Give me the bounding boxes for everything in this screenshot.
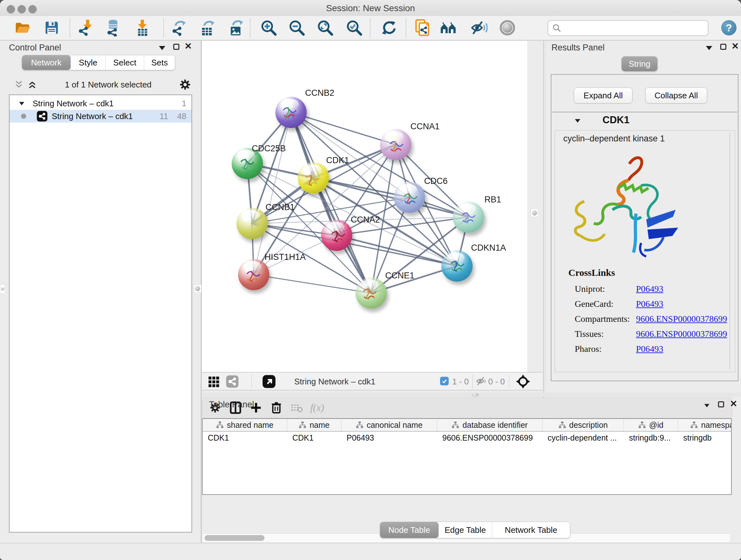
table-cell[interactable]: P06493 <box>341 432 437 444</box>
network-node-CCNB1[interactable] <box>237 208 268 239</box>
panel-menu-icon[interactable] <box>706 46 712 50</box>
expand-all-button[interactable]: Expand All <box>574 87 632 104</box>
panel-close-icon[interactable]: ✕ <box>185 43 192 50</box>
search-input[interactable] <box>562 23 708 34</box>
collapse-all-icon[interactable] <box>14 80 23 89</box>
homes-icon[interactable] <box>440 19 458 37</box>
expand-all-icon[interactable] <box>27 80 37 89</box>
table-cell[interactable]: CDK1 <box>203 432 287 444</box>
crosslink-value-link[interactable]: 9606.ENSP00000378699 <box>636 314 727 324</box>
network-node-CCNE1[interactable] <box>355 277 387 309</box>
collapse-all-button[interactable]: Collapse All <box>645 87 707 104</box>
table-cell[interactable]: CDK1 <box>287 432 341 444</box>
network-node-CCNB2[interactable] <box>275 97 307 128</box>
crosslink-value-link[interactable]: P06493 <box>636 284 664 294</box>
network-node-CCNA1[interactable] <box>380 129 411 160</box>
network-options-gear-icon[interactable] <box>179 79 191 90</box>
network-node-CDK1[interactable] <box>298 162 329 193</box>
tab-string[interactable]: String <box>622 57 657 71</box>
panel-close-icon[interactable]: ✕ <box>731 43 739 50</box>
column-header-@id[interactable]: @id <box>624 419 678 431</box>
table-cell[interactable]: stringdb:9... <box>624 432 678 444</box>
delete-column-icon[interactable] <box>266 399 286 417</box>
panel-float-icon[interactable] <box>718 401 724 408</box>
network-view-canvas[interactable]: CCNB2CCNA1CDC25BCDK1CDC6RB1CCNB1CCNA2CDK… <box>202 41 527 372</box>
import-network-from-database-icon[interactable] <box>105 19 123 37</box>
tab-network-table[interactable]: Network Table <box>492 522 570 538</box>
results-panel-splitter-handle[interactable] <box>531 209 538 217</box>
birds-eye-view-icon[interactable] <box>262 374 276 388</box>
crosslink-value-link[interactable]: 9606.ENSP00000378699 <box>636 329 727 339</box>
column-header-name[interactable]: name <box>287 419 341 431</box>
network-node-CDKN1A[interactable] <box>441 250 473 282</box>
control-panel-splitter-handle[interactable] <box>194 285 201 293</box>
zoom-selected-icon[interactable] <box>345 19 363 37</box>
tab-select[interactable]: Select <box>106 55 144 70</box>
panel-menu-icon[interactable] <box>159 46 165 50</box>
network-view-mode-icon[interactable] <box>226 375 239 388</box>
network-row-selected[interactable]: String Network – cdk1 11 48 <box>10 110 192 123</box>
crosslink-label: GeneCard: <box>575 299 636 309</box>
table-cell[interactable]: stringdb <box>678 432 732 444</box>
save-session-icon[interactable] <box>43 19 61 37</box>
crosslink-value-link[interactable]: P06493 <box>636 344 664 354</box>
column-header-shared-name[interactable]: shared name <box>203 419 287 431</box>
network-edge[interactable] <box>254 274 371 293</box>
network-collection-row[interactable]: String Network – cdk1 1 <box>10 97 192 110</box>
network-node-HIST1H1A[interactable] <box>238 259 269 290</box>
panel-menu-icon[interactable] <box>704 404 710 407</box>
tree-expand-caret-icon[interactable] <box>19 102 24 105</box>
collection-count: 1 <box>182 99 186 109</box>
import-table-from-file-icon[interactable] <box>133 19 151 37</box>
hide-glasses-icon[interactable] <box>470 19 488 37</box>
table-panel-splitter-handle[interactable] <box>472 393 479 396</box>
delete-table-icon[interactable] <box>286 399 307 417</box>
network-status-dot-icon <box>21 114 26 119</box>
protein-structure-image <box>561 147 695 262</box>
results-panel-splitter[interactable] <box>543 41 544 397</box>
column-header-canonical-name[interactable]: canonical name <box>341 419 437 431</box>
panel-float-icon[interactable] <box>720 44 726 50</box>
crosslink-value-link[interactable]: P06493 <box>636 299 664 309</box>
tab-edge-table[interactable]: Edge Table <box>439 522 492 538</box>
apply-layout-icon[interactable] <box>380 19 398 37</box>
table-cell[interactable]: cyclin-dependent ... <box>542 432 624 444</box>
tab-network[interactable]: Network <box>22 55 71 70</box>
network-edge[interactable] <box>291 112 371 293</box>
zoom-fit-icon[interactable] <box>316 19 334 37</box>
column-header-database-identifier[interactable]: database identifier <box>437 419 542 431</box>
tab-sets[interactable]: Sets <box>144 55 175 70</box>
help-icon[interactable]: ? <box>721 20 737 36</box>
import-network-from-file-icon[interactable] <box>77 19 94 37</box>
results-scrollbar[interactable] <box>730 132 730 370</box>
tab-node-table[interactable]: Node Table <box>380 522 439 538</box>
search-bar[interactable] <box>548 20 709 36</box>
left-edge-splitter-handle[interactable] <box>0 284 5 294</box>
zoom-out-icon[interactable] <box>288 19 306 37</box>
panel-close-icon[interactable]: ✕ <box>730 400 737 408</box>
section-collapse-caret-icon[interactable] <box>575 119 581 123</box>
clone-network-icon[interactable] <box>414 19 431 37</box>
grid-view-icon[interactable] <box>208 376 219 388</box>
panel-float-icon[interactable] <box>173 44 179 50</box>
table-cell[interactable]: 9606.ENSP00000378699 <box>437 432 542 444</box>
network-node-RB1[interactable] <box>453 201 484 233</box>
tab-style[interactable]: Style <box>71 55 106 70</box>
function-builder-icon[interactable]: f(x) <box>307 399 327 417</box>
open-session-icon[interactable] <box>14 19 32 37</box>
export-table-icon[interactable] <box>199 19 216 37</box>
export-image-icon[interactable] <box>227 19 245 37</box>
network-node-CDC6[interactable] <box>394 182 425 213</box>
fit-selected-crosshair-icon[interactable] <box>516 374 530 389</box>
hidden-eye-icon[interactable] <box>476 376 487 386</box>
column-header-description[interactable]: description <box>542 419 624 431</box>
column-header-namespace[interactable]: namespace <box>678 419 732 431</box>
network-node-CCNA2[interactable] <box>321 220 352 251</box>
show-sphere-icon[interactable] <box>498 19 516 37</box>
export-network-icon[interactable] <box>170 19 188 37</box>
zoom-in-icon[interactable] <box>260 19 278 37</box>
network-view-toolbar: String Network – cdk1 1 - 0 0 - 0 <box>202 372 542 390</box>
table-row[interactable]: CDK1CDK1P064939606.ENSP00000378699cyclin… <box>203 432 731 444</box>
selected-checkbox-icon[interactable] <box>440 377 449 385</box>
toolbar-separator <box>406 18 406 38</box>
